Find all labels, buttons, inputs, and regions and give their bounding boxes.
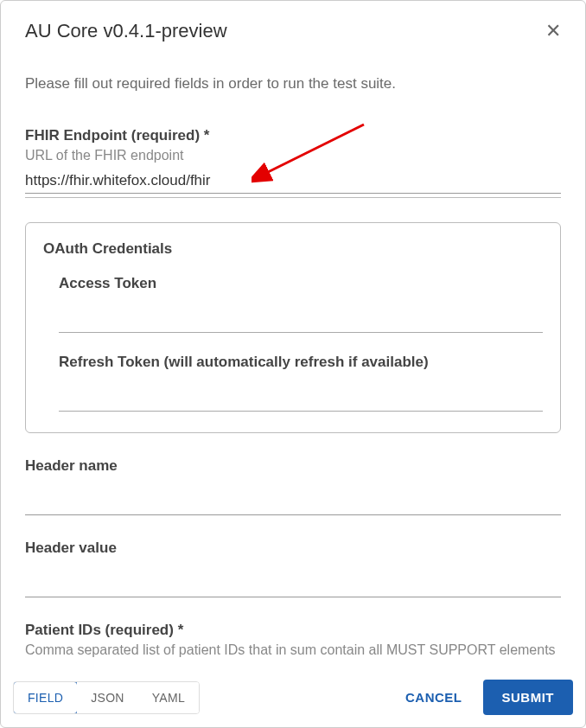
form-scroll-area[interactable]: Please fill out required fields in order… <box>1 51 585 671</box>
refresh-token-label: Refresh Token (will automatically refres… <box>59 354 543 371</box>
divider <box>25 197 561 198</box>
patient-ids-help: Comma separated list of patient IDs that… <box>25 642 561 658</box>
header-name-label: Header name <box>25 457 561 475</box>
fhir-endpoint-field: FHIR Endpoint (required) * URL of the FH… <box>25 127 561 198</box>
access-token-input[interactable] <box>59 306 543 333</box>
patient-ids-field: Patient IDs (required) * Comma separated… <box>25 622 561 658</box>
dialog: AU Core v0.4.1-preview ✕ Please fill out… <box>0 0 586 728</box>
fhir-endpoint-input[interactable] <box>25 167 561 194</box>
tab-field[interactable]: FIELD <box>13 681 78 714</box>
cancel-button[interactable]: CANCEL <box>392 681 476 713</box>
refresh-token-field: Refresh Token (will automatically refres… <box>59 354 543 412</box>
refresh-token-input[interactable] <box>59 385 543 412</box>
footer-actions: CANCEL SUBMIT <box>392 680 573 715</box>
tab-json[interactable]: JSON <box>77 682 138 713</box>
close-button[interactable]: ✕ <box>542 18 564 44</box>
oauth-legend: OAuth Credentials <box>43 240 543 258</box>
dialog-header: AU Core v0.4.1-preview ✕ <box>1 1 585 51</box>
intro-text: Please fill out required fields in order… <box>25 75 561 93</box>
access-token-label: Access Token <box>59 275 543 292</box>
header-name-field: Header name <box>25 457 561 515</box>
fhir-endpoint-label: FHIR Endpoint (required) * <box>25 127 561 144</box>
header-value-field: Header value <box>25 540 561 597</box>
header-name-input[interactable] <box>25 489 561 515</box>
close-icon: ✕ <box>545 20 561 42</box>
oauth-credentials-fieldset: OAuth Credentials Access Token Refresh T… <box>25 222 561 433</box>
header-value-input[interactable] <box>25 571 561 597</box>
patient-ids-label: Patient IDs (required) * <box>25 622 561 639</box>
format-tab-group: FIELD JSON YAML <box>13 681 200 714</box>
fhir-endpoint-help: URL of the FHIR endpoint <box>25 148 561 163</box>
access-token-field: Access Token <box>59 275 543 333</box>
dialog-footer: FIELD JSON YAML CANCEL SUBMIT <box>1 671 585 727</box>
tab-yaml[interactable]: YAML <box>138 682 199 713</box>
dialog-title: AU Core v0.4.1-preview <box>25 20 227 42</box>
header-value-label: Header value <box>25 540 561 557</box>
submit-button[interactable]: SUBMIT <box>483 680 574 715</box>
